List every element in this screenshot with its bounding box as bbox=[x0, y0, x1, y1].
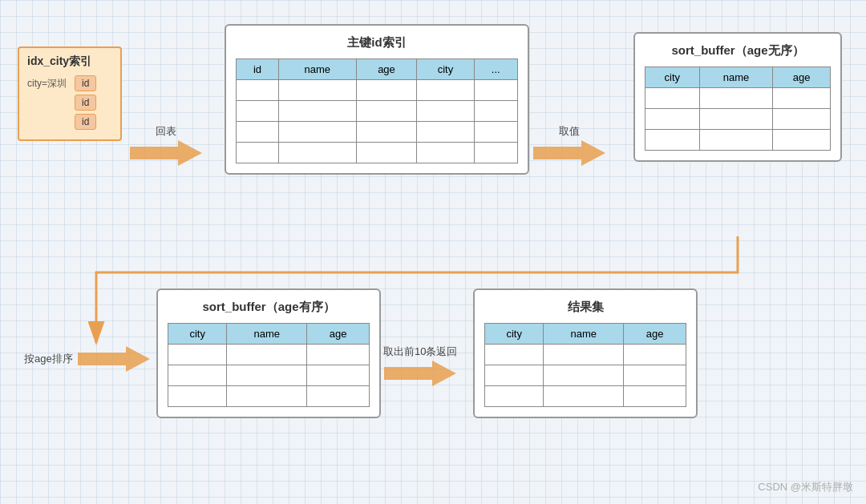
table-row bbox=[168, 345, 370, 365]
rs-col-city: city bbox=[485, 324, 544, 345]
sort-buffer-top-container: sort_buffer（age无序） city name age bbox=[633, 32, 842, 162]
svg-marker-1 bbox=[533, 140, 605, 166]
idx-id-tag-3: id bbox=[75, 114, 96, 130]
col-name: name bbox=[278, 59, 356, 80]
sb-top-col-city: city bbox=[645, 67, 700, 88]
table-row bbox=[168, 386, 370, 407]
sb-bot-col-name: name bbox=[227, 324, 307, 345]
result-set-container: 结果集 city name age bbox=[473, 288, 698, 418]
table-row bbox=[237, 122, 518, 143]
sb-top-col-age: age bbox=[773, 67, 831, 88]
idx-id-tag-2: id bbox=[75, 95, 96, 111]
table-row bbox=[237, 101, 518, 122]
sort-buffer-top-table: city name age bbox=[645, 67, 831, 151]
col-id: id bbox=[237, 59, 279, 80]
arrow-top10-label: 取出前10条返回 bbox=[383, 345, 457, 359]
idx-city-box: idx_city索引 city=深圳 id id id bbox=[18, 46, 122, 141]
sort-buffer-bottom-header: city name age bbox=[168, 324, 370, 345]
idx-condition-row: city=深圳 id bbox=[27, 75, 112, 91]
col-age: age bbox=[356, 59, 417, 80]
arrow-by-age-label: 按age排序 bbox=[24, 352, 73, 366]
main-table: id name age city ... bbox=[236, 58, 518, 163]
arrow-quzhi-svg bbox=[533, 139, 605, 167]
sort-buffer-bottom-title: sort_buffer（age有序） bbox=[168, 300, 370, 315]
arrow-by-age: 按age排序 bbox=[24, 345, 150, 373]
sb-bot-col-age: age bbox=[307, 324, 370, 345]
table-row bbox=[168, 365, 370, 386]
main-table-header: id name age city ... bbox=[237, 59, 518, 80]
table-row bbox=[237, 143, 518, 163]
svg-marker-2 bbox=[78, 346, 150, 372]
sort-buffer-bottom-table: city name age bbox=[168, 323, 370, 407]
col-ellipsis: ... bbox=[474, 59, 517, 80]
watermark: CSDN @米斯特胖墩 bbox=[758, 480, 853, 494]
idx-id-tag-1: id bbox=[75, 75, 96, 91]
result-set-header: city name age bbox=[485, 324, 686, 345]
sb-top-col-name: name bbox=[699, 67, 773, 88]
idx-box-title: idx_city索引 bbox=[27, 54, 112, 69]
arrow-top10: 取出前10条返回 bbox=[383, 345, 457, 388]
table-row bbox=[645, 130, 831, 151]
arrow-by-age-svg bbox=[78, 345, 150, 373]
svg-marker-3 bbox=[384, 361, 456, 386]
main-table-title: 主键id索引 bbox=[236, 35, 518, 50]
svg-marker-0 bbox=[130, 140, 202, 166]
table-row bbox=[485, 365, 686, 386]
sort-buffer-top-header: city name age bbox=[645, 67, 831, 88]
table-row bbox=[485, 386, 686, 407]
sort-buffer-top-title: sort_buffer（age无序） bbox=[645, 43, 831, 58]
vertical-arrow-svg bbox=[722, 224, 770, 304]
rs-col-name: name bbox=[544, 324, 624, 345]
arrow-huibiao-label: 回表 bbox=[156, 124, 176, 139]
sb-bot-col-city: city bbox=[168, 324, 227, 345]
idx-id-row-2: id bbox=[27, 95, 112, 111]
idx-id-row-3: id bbox=[27, 114, 112, 130]
result-set-table: city name age bbox=[484, 323, 686, 407]
arrow-huibiao-svg bbox=[130, 139, 202, 167]
table-row bbox=[237, 80, 518, 101]
table-row bbox=[485, 345, 686, 365]
result-set-title: 结果集 bbox=[484, 300, 686, 315]
rs-col-age: age bbox=[624, 324, 686, 345]
arrow-quzhi: 取值 bbox=[533, 124, 605, 167]
arrow-huibiao: 回表 bbox=[130, 124, 202, 167]
arrow-quzhi-label: 取值 bbox=[559, 124, 580, 139]
table-row bbox=[645, 88, 831, 109]
arrow-top10-svg bbox=[384, 359, 456, 388]
idx-condition-label: city=深圳 bbox=[27, 77, 71, 91]
main-table-container: 主键id索引 id name age city ... bbox=[225, 24, 529, 175]
sort-buffer-bottom-container: sort_buffer（age有序） city name age bbox=[156, 288, 381, 418]
col-city: city bbox=[417, 59, 474, 80]
table-row bbox=[645, 109, 831, 130]
